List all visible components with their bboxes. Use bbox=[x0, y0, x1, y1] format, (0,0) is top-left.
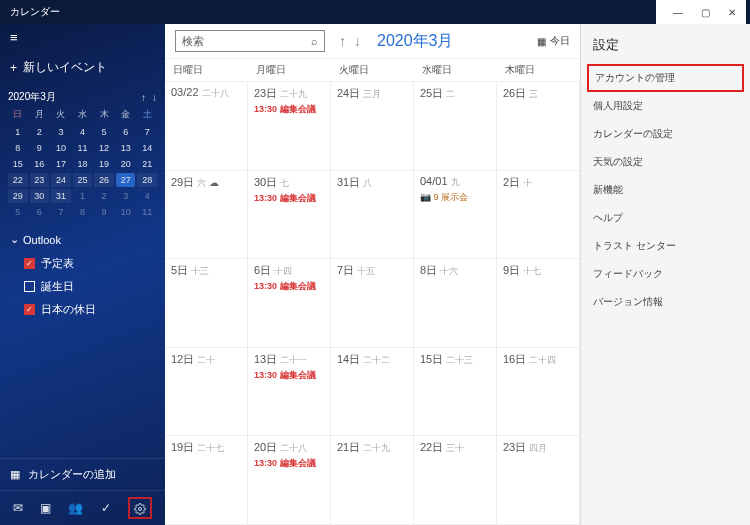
mini-day[interactable]: 5 bbox=[8, 205, 28, 219]
minimize-button[interactable]: — bbox=[673, 7, 683, 18]
today-button[interactable]: 今日 bbox=[550, 34, 570, 48]
mini-day[interactable]: 13 bbox=[116, 141, 136, 155]
mini-day[interactable]: 9 bbox=[30, 141, 50, 155]
mini-day[interactable]: 7 bbox=[137, 125, 157, 139]
mini-day[interactable]: 1 bbox=[8, 125, 28, 139]
mini-day[interactable]: 16 bbox=[30, 157, 50, 171]
calendar-event[interactable]: 📷 9 展示会 bbox=[420, 191, 490, 204]
calendar-cell[interactable]: 8日十六 bbox=[414, 259, 497, 348]
mini-day[interactable]: 8 bbox=[73, 205, 93, 219]
calendar-event[interactable]: 13:30 編集会議 bbox=[254, 369, 324, 382]
search-input[interactable]: 検索 ⌕ bbox=[175, 30, 325, 52]
checkbox[interactable]: ✓ bbox=[24, 258, 35, 269]
settings-item[interactable]: カレンダーの設定 bbox=[581, 120, 750, 148]
people-icon[interactable]: 👥 bbox=[68, 501, 83, 515]
mini-day[interactable]: 6 bbox=[116, 125, 136, 139]
calendar-event[interactable]: 13:30 編集会議 bbox=[254, 192, 324, 205]
current-month-label[interactable]: 2020年3月 bbox=[377, 31, 454, 52]
calendar-cell[interactable]: 9日十七 bbox=[497, 259, 580, 348]
hamburger-button[interactable]: ≡ bbox=[0, 24, 165, 51]
calendar-cell[interactable]: 25日二 bbox=[414, 82, 497, 171]
mini-day[interactable]: 3 bbox=[116, 189, 136, 203]
calendar-cell[interactable]: 21日二十九 bbox=[331, 436, 414, 525]
mini-day[interactable]: 15 bbox=[8, 157, 28, 171]
calendar-cell[interactable]: 24日三月 bbox=[331, 82, 414, 171]
calendar-cell[interactable]: 26日三 bbox=[497, 82, 580, 171]
checkbox[interactable] bbox=[24, 281, 35, 292]
mini-day[interactable]: 12 bbox=[94, 141, 114, 155]
calendar-cell[interactable]: 2日十 bbox=[497, 171, 580, 260]
next-month-button[interactable]: ↓ bbox=[354, 33, 361, 49]
calendar-cell[interactable]: 16日二十四 bbox=[497, 348, 580, 437]
settings-item[interactable]: トラスト センター bbox=[581, 232, 750, 260]
mini-day[interactable]: 28 bbox=[137, 173, 157, 187]
mini-day[interactable]: 4 bbox=[137, 189, 157, 203]
calendar-cell[interactable]: 19日二十七 bbox=[165, 436, 248, 525]
mini-day[interactable]: 23 bbox=[30, 173, 50, 187]
calendar-cell[interactable]: 14日二十二 bbox=[331, 348, 414, 437]
calendar-cell[interactable]: 7日十五 bbox=[331, 259, 414, 348]
calendar-nav-icon[interactable]: ▣ bbox=[40, 501, 51, 515]
mini-day[interactable]: 14 bbox=[137, 141, 157, 155]
settings-item[interactable]: バージョン情報 bbox=[581, 288, 750, 316]
mini-day[interactable]: 26 bbox=[94, 173, 114, 187]
calendar-cell[interactable]: 23日二十九13:30 編集会議 bbox=[248, 82, 331, 171]
mini-day[interactable]: 2 bbox=[94, 189, 114, 203]
mini-day[interactable]: 10 bbox=[116, 205, 136, 219]
calendar-cell[interactable]: 30日七13:30 編集会議 bbox=[248, 171, 331, 260]
prev-month-button[interactable]: ↑ bbox=[339, 33, 346, 49]
mini-day[interactable]: 18 bbox=[73, 157, 93, 171]
calendar-cell[interactable]: 20日二十八13:30 編集会議 bbox=[248, 436, 331, 525]
mini-day[interactable]: 9 bbox=[94, 205, 114, 219]
add-calendar-button[interactable]: ▦ カレンダーの追加 bbox=[0, 458, 165, 490]
calendar-cell[interactable]: 12日二十 bbox=[165, 348, 248, 437]
checkbox[interactable]: ✓ bbox=[24, 304, 35, 315]
mini-day[interactable]: 3 bbox=[51, 125, 71, 139]
mini-day[interactable]: 20 bbox=[116, 157, 136, 171]
mini-day[interactable]: 8 bbox=[8, 141, 28, 155]
calendar-item[interactable]: 誕生日 bbox=[10, 275, 155, 298]
settings-button[interactable] bbox=[128, 497, 152, 519]
mini-day[interactable]: 25 bbox=[73, 173, 93, 187]
mini-day[interactable]: 11 bbox=[73, 141, 93, 155]
calendar-event[interactable]: 13:30 編集会議 bbox=[254, 280, 324, 293]
mini-next-button[interactable]: ↓ bbox=[152, 92, 157, 103]
mini-day[interactable]: 24 bbox=[51, 173, 71, 187]
mini-day[interactable]: 4 bbox=[73, 125, 93, 139]
mini-day[interactable]: 5 bbox=[94, 125, 114, 139]
calendar-cell[interactable]: 29日六 ☁ bbox=[165, 171, 248, 260]
mini-day[interactable]: 30 bbox=[30, 189, 50, 203]
settings-item[interactable]: フィードバック bbox=[581, 260, 750, 288]
calendar-cell[interactable]: 31日八 bbox=[331, 171, 414, 260]
todo-icon[interactable]: ✓ bbox=[101, 501, 111, 515]
mini-day[interactable]: 2 bbox=[30, 125, 50, 139]
mini-day[interactable]: 29 bbox=[8, 189, 28, 203]
mini-day[interactable]: 22 bbox=[8, 173, 28, 187]
close-button[interactable]: ✕ bbox=[728, 7, 736, 18]
calendar-event[interactable]: 13:30 編集会議 bbox=[254, 457, 324, 470]
mini-day[interactable]: 19 bbox=[94, 157, 114, 171]
settings-item[interactable]: 個人用設定 bbox=[581, 92, 750, 120]
mail-icon[interactable]: ✉ bbox=[13, 501, 23, 515]
calendar-cell[interactable]: 15日二十三 bbox=[414, 348, 497, 437]
calendar-item[interactable]: ✓日本の休日 bbox=[10, 298, 155, 321]
settings-item[interactable]: 新機能 bbox=[581, 176, 750, 204]
settings-item[interactable]: 天気の設定 bbox=[581, 148, 750, 176]
mini-day[interactable]: 27 bbox=[116, 173, 136, 187]
mini-day[interactable]: 31 bbox=[51, 189, 71, 203]
mini-prev-button[interactable]: ↑ bbox=[141, 92, 146, 103]
calendar-cell[interactable]: 6日十四13:30 編集会議 bbox=[248, 259, 331, 348]
calendar-item[interactable]: ✓予定表 bbox=[10, 252, 155, 275]
mini-day[interactable]: 10 bbox=[51, 141, 71, 155]
calendar-cell[interactable]: 13日二十一13:30 編集会議 bbox=[248, 348, 331, 437]
calendar-cell[interactable]: 03/22二十八 bbox=[165, 82, 248, 171]
calendar-cell[interactable]: 04/01九📷 9 展示会 bbox=[414, 171, 497, 260]
new-event-button[interactable]: + 新しいイベント bbox=[0, 51, 165, 84]
settings-item[interactable]: アカウントの管理 bbox=[587, 64, 744, 92]
calendar-cell[interactable]: 5日十三 bbox=[165, 259, 248, 348]
calendar-cell[interactable]: 23日四月 bbox=[497, 436, 580, 525]
settings-item[interactable]: ヘルプ bbox=[581, 204, 750, 232]
mini-day[interactable]: 1 bbox=[73, 189, 93, 203]
mini-day[interactable]: 21 bbox=[137, 157, 157, 171]
mini-day[interactable]: 11 bbox=[137, 205, 157, 219]
